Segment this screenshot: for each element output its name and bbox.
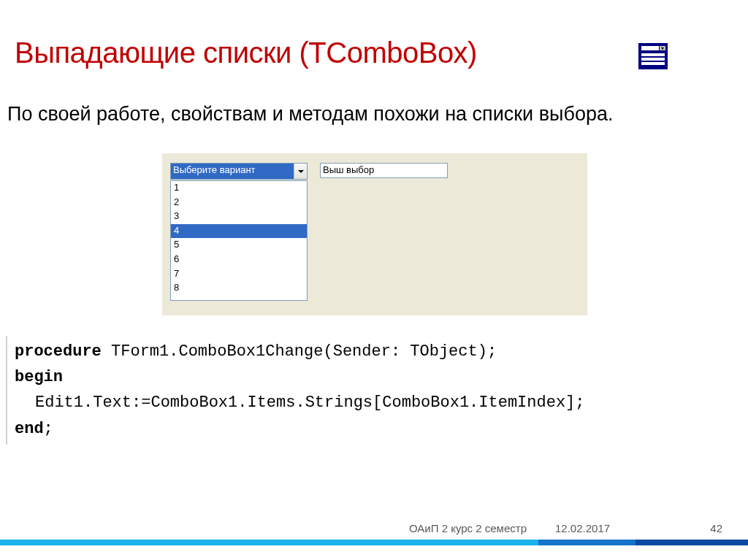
code-line: end; [15,416,745,442]
list-item[interactable]: 4 [171,224,307,239]
form-demo-area: Выберите вариант 12345678 Выш выбор [162,153,587,315]
code-line: procedure TForm1.ComboBox1Change(Sender:… [15,339,745,364]
svg-rect-5 [641,62,665,65]
combobox-listbox[interactable]: 12345678 [170,180,308,301]
list-item[interactable]: 3 [171,210,307,224]
combobox-text: Выберите вариант [171,164,294,179]
slide-title: Выпадающие списки (TComboBox) [15,37,477,69]
list-item[interactable]: 5 [171,238,307,253]
edit-field[interactable]: Выш выбор [320,163,448,178]
footer-course: ОАиП 2 курс 2 семестр [409,522,527,534]
list-item[interactable]: 7 [171,267,307,282]
combobox-dropdown-button[interactable] [294,164,307,179]
svg-rect-1 [641,46,659,50]
svg-rect-4 [641,58,665,61]
code-block: procedure TForm1.ComboBox1Change(Sender:… [6,336,745,445]
list-item[interactable]: 1 [171,181,307,196]
combobox[interactable]: Выберите вариант [170,163,308,180]
code-line: Edit1.Text:=ComboBox1.Items.Strings[Comb… [15,390,745,415]
svg-rect-3 [641,53,665,56]
list-item[interactable]: 6 [171,253,307,267]
code-line: begin [15,364,745,390]
list-item[interactable]: 8 [171,281,307,296]
footer-bar [0,540,748,545]
list-item[interactable]: 2 [171,196,307,210]
footer-date: 12.02.2017 [555,522,610,534]
body-text: По своей работе, свойствам и методам пох… [7,102,665,127]
combobox-icon [627,28,679,84]
footer-page: 42 [710,522,722,534]
